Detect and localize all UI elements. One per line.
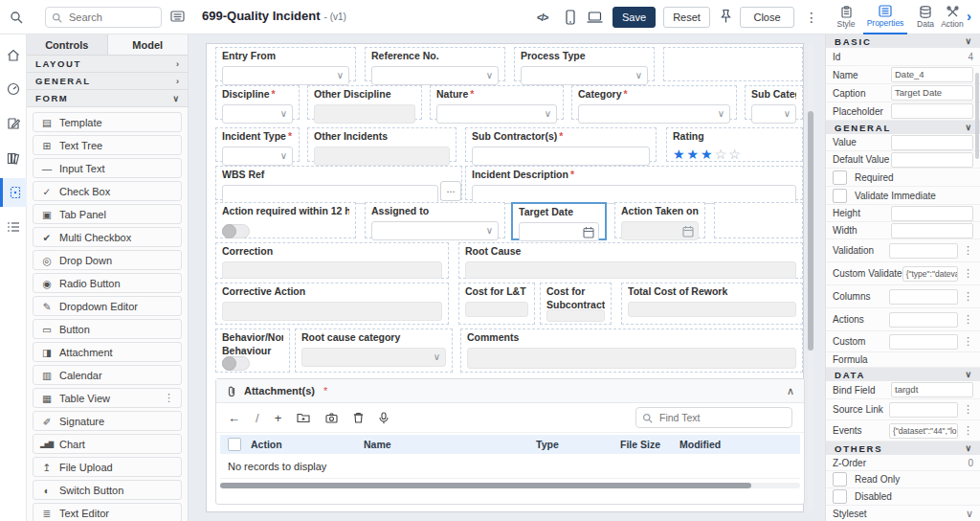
height-input[interactable] [891, 206, 973, 221]
custom-input[interactable] [889, 334, 958, 350]
attachments-hscrollbar[interactable] [220, 483, 800, 488]
home-icon[interactable] [0, 40, 27, 69]
wbs-more-button[interactable]: ⋯ [440, 181, 461, 201]
pin-icon[interactable] [720, 9, 732, 24]
reset-button[interactable]: Reset [663, 7, 710, 28]
tab-model[interactable]: Model [108, 34, 189, 55]
columns-input[interactable] [889, 289, 958, 305]
hscroll-thumb[interactable] [220, 483, 751, 488]
validate-immediate-checkbox[interactable] [833, 189, 847, 203]
nature-dropdown[interactable]: ∨ [436, 104, 557, 124]
add-icon[interactable]: + [275, 412, 282, 424]
kebab-icon[interactable]: ⋮ [963, 335, 973, 348]
tab-controls[interactable]: Controls [27, 34, 108, 55]
section-others[interactable]: OTHERS∨ [826, 442, 980, 455]
reference-no-dropdown[interactable]: ∨ [371, 66, 499, 85]
control-item-dropdown-editor[interactable]: ✎Dropdown Editor [33, 296, 182, 316]
behavior-toggle[interactable] [222, 356, 250, 371]
collapse-icon[interactable]: ∧ [787, 385, 794, 397]
back-icon[interactable]: ← [228, 412, 240, 424]
vscroll-thumb[interactable] [808, 111, 813, 351]
control-item-attachment[interactable]: ◨Attachment [33, 342, 182, 362]
control-item-radio-button[interactable]: ◉Radio Button [33, 273, 182, 293]
canvas-scrollbar[interactable] [808, 44, 813, 511]
width-input[interactable] [891, 223, 973, 238]
validation-input[interactable] [889, 243, 958, 259]
events-input[interactable]: {"dataset":"44","lo [889, 423, 958, 439]
category-dropdown[interactable]: ∨ [578, 104, 730, 124]
assigned-to-dropdown[interactable]: ∨ [371, 221, 499, 240]
control-item-template[interactable]: ▤Template [33, 112, 182, 132]
section-general[interactable]: GENERAL› [27, 73, 188, 90]
code-view-icon[interactable]: </> [537, 12, 547, 23]
z-order-value[interactable]: 0 [899, 458, 973, 468]
mobile-preview-icon[interactable] [566, 10, 575, 25]
properties-scrollbar[interactable] [975, 73, 979, 159]
kebab-icon[interactable]: ⋮ [963, 244, 973, 257]
kebab-icon[interactable]: ⋮ [963, 424, 973, 437]
find-text-input[interactable] [635, 407, 792, 428]
process-type-dropdown[interactable]: ∨ [521, 66, 648, 85]
actions-input[interactable] [889, 312, 958, 328]
incident-description-input[interactable] [472, 185, 796, 204]
value-input[interactable] [891, 135, 973, 150]
tab-action[interactable]: Action [936, 0, 969, 34]
form-builder-icon[interactable] [0, 178, 27, 207]
section-form[interactable]: FORM∨ [27, 90, 188, 107]
target-date-input[interactable] [519, 222, 599, 241]
sub-contractors-input[interactable] [472, 147, 650, 166]
attachments-header[interactable]: Attachment(s)* ∧ [216, 379, 804, 403]
control-item-tab-panel[interactable]: ▣Tab Panel [33, 204, 182, 224]
name-input[interactable]: Date_4 [891, 67, 973, 82]
read-only-checkbox[interactable] [833, 472, 847, 487]
discipline-dropdown[interactable]: ∨ [222, 104, 293, 124]
rating-stars[interactable]: ★★★☆☆ [673, 147, 796, 162]
folder-add-icon[interactable] [297, 412, 310, 423]
placeholder-input[interactable] [891, 103, 973, 119]
incident-type-dropdown[interactable]: ∨ [222, 147, 293, 166]
tab-style[interactable]: Style [827, 0, 865, 34]
section-general-props[interactable]: GENERAL∨ [826, 121, 980, 134]
control-item-chart[interactable]: ▂▅▇Chart [33, 434, 182, 454]
keyboard-icon[interactable] [170, 11, 185, 22]
default-value-input[interactable] [891, 152, 973, 168]
dashboard-icon[interactable] [0, 75, 27, 103]
edit-document-icon[interactable] [0, 109, 27, 138]
control-item-table-view[interactable]: ▦Table View⋮ [33, 388, 182, 408]
control-item-button[interactable]: ▭Button [33, 319, 182, 339]
control-item-text-editor[interactable]: ≣Text Editor [33, 503, 182, 521]
section-layout[interactable]: LAYOUT› [27, 56, 188, 73]
mic-icon[interactable] [379, 412, 389, 424]
section-data-props[interactable]: DATA∨ [826, 368, 980, 381]
wbs-ref-input[interactable] [222, 185, 438, 204]
library-icon[interactable] [0, 144, 27, 172]
search-input[interactable] [45, 7, 162, 28]
camera-icon[interactable] [325, 413, 338, 423]
control-item-text-tree[interactable]: ⊞Text Tree [33, 135, 182, 155]
desktop-preview-icon[interactable] [587, 11, 603, 23]
select-all-checkbox[interactable] [228, 438, 241, 451]
search-icon[interactable] [10, 11, 23, 24]
kebab-icon[interactable]: ⋮ [963, 290, 973, 303]
more-menu-icon[interactable]: ⋮ [805, 10, 818, 25]
control-item-check-box[interactable]: ✓Check Box [33, 181, 182, 201]
custom-validate-input[interactable]: {"type":"datevalid" [902, 266, 958, 282]
save-button[interactable]: Save [612, 7, 656, 28]
control-item-file-upload[interactable]: ↥File Upload [33, 457, 182, 477]
field-target-date-selected[interactable]: Target Date [511, 202, 607, 240]
expand-panel-icon[interactable]: › [967, 8, 971, 24]
source-link-input[interactable] [889, 402, 958, 418]
control-item-calendar[interactable]: ▥Calendar [33, 365, 182, 385]
control-item-drop-down[interactable]: ◎Drop Down [33, 250, 182, 270]
kebab-icon[interactable]: ⋮ [963, 403, 973, 416]
required-checkbox[interactable] [833, 170, 847, 185]
caption-input[interactable]: Target Date [891, 85, 973, 101]
section-basic[interactable]: BASIC∨ [826, 34, 980, 48]
control-item-input-text[interactable]: —Input Text [33, 158, 182, 178]
entry-from-dropdown[interactable]: ∨ [222, 66, 349, 85]
bind-field-input[interactable]: targdt [891, 382, 973, 397]
kebab-icon[interactable]: ⋮ [164, 392, 174, 404]
kebab-icon[interactable]: ⋮ [963, 313, 973, 326]
tab-properties[interactable]: Properties [863, 0, 907, 34]
control-item-signature[interactable]: ✐Signature [33, 411, 182, 431]
